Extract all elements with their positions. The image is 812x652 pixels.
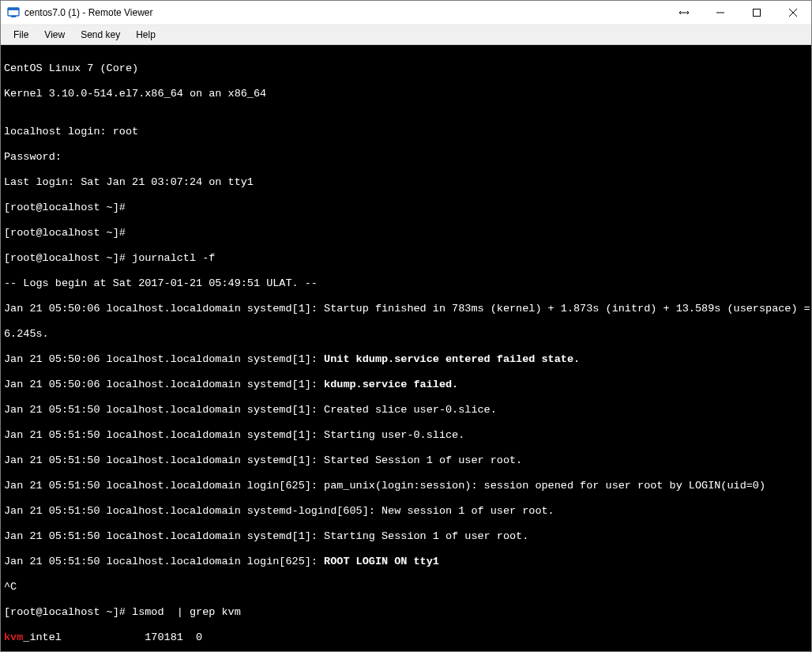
svg-rect-1	[8, 8, 19, 10]
menu-sendkey[interactable]: Send key	[73, 27, 128, 43]
menu-bar: File View Send key Help	[1, 25, 811, 45]
log-bold: kdump.service failed.	[324, 379, 458, 390]
resize-arrows-icon[interactable]	[666, 1, 702, 24]
close-button[interactable]	[775, 1, 811, 24]
terminal-line: CentOS Linux 7 (Core)	[4, 62, 808, 75]
svg-rect-2	[11, 16, 16, 17]
terminal-line: [root@localhost ~]#	[4, 202, 808, 214]
app-icon	[7, 6, 20, 19]
log-prefix: Jan 21 05:50:06 localhost.localdomain sy…	[4, 379, 324, 390]
menu-view[interactable]: View	[36, 27, 73, 43]
terminal-line: Jan 21 05:50:06 localhost.localdomain sy…	[4, 379, 808, 391]
log-prefix: Jan 21 05:50:06 localhost.localdomain sy…	[4, 353, 324, 365]
terminal-line: 6.245s.	[4, 328, 808, 341]
grep-match: kvm	[4, 631, 23, 643]
log-bold: Unit kdump.service entered failed state.	[324, 353, 580, 365]
log-prefix: Jan 21 05:51:50 localhost.localdomain lo…	[4, 556, 324, 567]
terminal-line: Jan 21 05:51:50 localhost.localdomain sy…	[4, 530, 808, 543]
log-bold: ROOT LOGIN ON tty1	[324, 556, 439, 567]
terminal-line: Jan 21 05:51:50 localhost.localdomain sy…	[4, 454, 808, 467]
terminal-line: Jan 21 05:50:06 localhost.localdomain sy…	[4, 353, 808, 366]
terminal-line: Jan 21 05:51:50 localhost.localdomain lo…	[4, 480, 808, 492]
terminal-line: kvm_intel 170181 0	[4, 631, 808, 644]
svg-rect-3	[754, 9, 761, 17]
terminal-line: Last login: Sat Jan 21 03:07:24 on tty1	[4, 176, 808, 189]
terminal-line: localhost login: root	[4, 126, 808, 138]
terminal-line: Jan 21 05:51:50 localhost.localdomain sy…	[4, 404, 808, 416]
menu-help[interactable]: Help	[128, 27, 164, 43]
minimize-button[interactable]	[702, 1, 739, 24]
remote-viewer-window: centos7.0 (1) - Remote Viewer File View …	[0, 0, 812, 652]
terminal-line: Kernel 3.10.0-514.el7.x86_64 on an x86_6…	[4, 88, 808, 100]
window-titlebar[interactable]: centos7.0 (1) - Remote Viewer	[1, 1, 811, 25]
terminal-line: ^C	[4, 581, 808, 594]
terminal-line: Jan 21 05:51:50 localhost.localdomain sy…	[4, 429, 808, 442]
terminal-line: -- Logs begin at Sat 2017-01-21 05:49:51…	[4, 277, 808, 290]
terminal-line: Jan 21 05:50:06 localhost.localdomain sy…	[4, 303, 808, 315]
terminal-line: [root@localhost ~]#	[4, 227, 808, 239]
terminal-line: [root@localhost ~]# journalctl -f	[4, 252, 808, 265]
grep-rest: _intel 170181 0	[23, 631, 202, 643]
terminal-line: Jan 21 05:51:50 localhost.localdomain lo…	[4, 556, 808, 568]
window-title: centos7.0 (1) - Remote Viewer	[24, 7, 153, 18]
maximize-button[interactable]	[739, 1, 775, 24]
terminal-output[interactable]: CentOS Linux 7 (Core) Kernel 3.10.0-514.…	[1, 45, 811, 651]
terminal-line: [root@localhost ~]# lsmod | grep kvm	[4, 606, 808, 619]
terminal-line: Jan 21 05:51:50 localhost.localdomain sy…	[4, 505, 808, 518]
menu-file[interactable]: File	[6, 27, 36, 43]
terminal-line: Password:	[4, 151, 808, 164]
